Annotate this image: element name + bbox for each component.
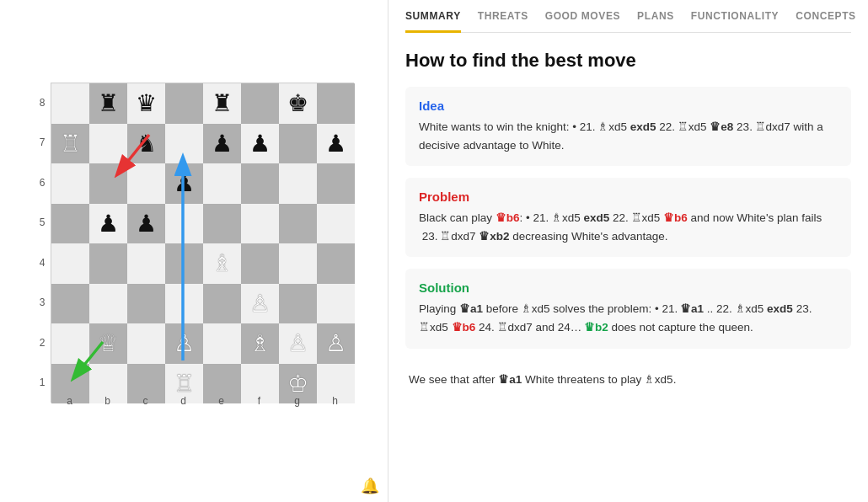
cell-e7: ♟	[203, 124, 241, 164]
cell-b8: ♜	[89, 83, 127, 124]
cell-c3	[127, 284, 165, 324]
cell-h4	[317, 243, 355, 284]
cell-c2	[127, 323, 165, 364]
cell-h3	[317, 284, 355, 324]
page-title: How to find the best move	[405, 50, 851, 72]
cell-d2: ♙	[165, 323, 203, 364]
cell-e3	[203, 284, 241, 324]
cell-f6	[241, 163, 279, 204]
idea-section: Idea White wants to win the knight: • 21…	[405, 87, 851, 166]
tab-functionality[interactable]: FUNCTIONALITY	[691, 10, 779, 32]
cell-a5	[51, 204, 89, 244]
rank-6: 6	[40, 163, 46, 203]
chess-board-container: 8 7 6 5 4 3 2 1 ♜ ♛ ♜ ♚ ♖ ♞ ♟ ♟	[34, 74, 354, 428]
problem-title: Problem	[419, 190, 838, 204]
tab-summary[interactable]: SUMMARY	[405, 10, 461, 33]
bell-icon[interactable]: 🔔	[361, 477, 379, 495]
cell-a8	[51, 83, 89, 124]
cell-e6	[203, 163, 241, 204]
problem-section: Problem Black can play ♛b6: • 21. ♗xd5 e…	[405, 178, 851, 257]
file-e: e	[202, 395, 240, 407]
right-panel: SUMMARY THREATS GOOD MOVES PLANS FUNCTIO…	[388, 0, 868, 502]
cell-b7	[89, 124, 127, 164]
cell-g3	[279, 284, 317, 324]
rank-5: 5	[40, 203, 46, 243]
cell-g6	[279, 163, 317, 204]
rank-1: 1	[40, 363, 46, 403]
file-d: d	[164, 395, 202, 407]
cell-h7: ♟	[317, 124, 355, 164]
cell-c7: ♞	[127, 124, 165, 164]
cell-a3	[51, 284, 89, 324]
rank-4: 4	[40, 243, 46, 283]
cell-f2: ♗	[241, 323, 279, 364]
cell-a4	[51, 243, 89, 284]
cell-b6	[89, 163, 127, 204]
rank-7: 7	[40, 123, 46, 163]
file-c: c	[126, 395, 164, 407]
cell-a6	[51, 163, 89, 204]
cell-e4: ♗	[203, 243, 241, 284]
solution-section: Solution Playing ♛a1 before ♗xd5 solves …	[405, 269, 851, 348]
cell-b4	[89, 243, 127, 284]
cell-f3: ♙	[241, 284, 279, 324]
cell-b5: ♟	[89, 204, 127, 244]
tab-concepts[interactable]: CONCEPTS	[796, 10, 855, 32]
rank-labels: 8 7 6 5 4 3 2 1	[34, 83, 51, 403]
file-b: b	[88, 395, 126, 407]
cell-d6: ♟	[165, 163, 203, 204]
cell-b3	[89, 284, 127, 324]
file-a: a	[51, 395, 88, 407]
cell-h2: ♙	[317, 323, 355, 364]
cell-c6	[127, 163, 165, 204]
cell-g2: ♙	[279, 323, 317, 364]
tab-plans[interactable]: PLANS	[637, 10, 674, 32]
cell-f5	[241, 204, 279, 244]
cell-g8: ♚	[279, 83, 317, 124]
cell-h5	[317, 204, 355, 244]
cell-g4	[279, 243, 317, 284]
cell-e2	[203, 323, 241, 364]
cell-b2: ♕	[89, 323, 127, 364]
chess-board[interactable]: ♜ ♛ ♜ ♚ ♖ ♞ ♟ ♟ ♟ ♟	[51, 83, 354, 403]
rank-3: 3	[40, 283, 46, 323]
cell-d7	[165, 124, 203, 164]
idea-title: Idea	[419, 99, 838, 113]
cell-f7: ♟	[241, 124, 279, 164]
cell-a7: ♖	[51, 124, 89, 164]
file-h: h	[316, 395, 354, 407]
cell-c8: ♛	[127, 83, 165, 124]
cell-e5	[203, 204, 241, 244]
cell-f4	[241, 243, 279, 284]
solution-extra: We see that after ♛a1 White threatens to…	[405, 371, 851, 389]
cell-c4	[127, 243, 165, 284]
solution-body: Playing ♛a1 before ♗xd5 solves the probl…	[419, 300, 838, 336]
cell-d8	[165, 83, 203, 124]
cell-g5	[279, 204, 317, 244]
problem-body: Black can play ♛b6: • 21. ♗xd5 exd5 22. …	[419, 209, 838, 245]
rank-8: 8	[40, 83, 46, 123]
solution-title: Solution	[419, 280, 838, 295]
cell-e8: ♜	[203, 83, 241, 124]
tab-good-moves[interactable]: GOOD MOVES	[545, 10, 620, 32]
file-f: f	[240, 395, 278, 407]
cell-d5	[165, 204, 203, 244]
cell-h6	[317, 163, 355, 204]
cell-d4	[165, 243, 203, 284]
file-g: g	[278, 395, 316, 407]
cell-f8	[241, 83, 279, 124]
cell-h8	[317, 83, 355, 124]
tab-bar: SUMMARY THREATS GOOD MOVES PLANS FUNCTIO…	[405, 0, 851, 33]
cell-c5: ♟	[127, 204, 165, 244]
file-labels: a b c d e f g h	[51, 395, 354, 407]
tab-threats[interactable]: THREATS	[478, 10, 528, 32]
idea-body: White wants to win the knight: • 21. ♗xd…	[419, 118, 838, 154]
left-panel: 8 7 6 5 4 3 2 1 ♜ ♛ ♜ ♚ ♖ ♞ ♟ ♟	[0, 0, 388, 502]
rank-2: 2	[40, 323, 46, 363]
cell-g7	[279, 124, 317, 164]
cell-a2	[51, 323, 89, 364]
cell-d3	[165, 284, 203, 324]
